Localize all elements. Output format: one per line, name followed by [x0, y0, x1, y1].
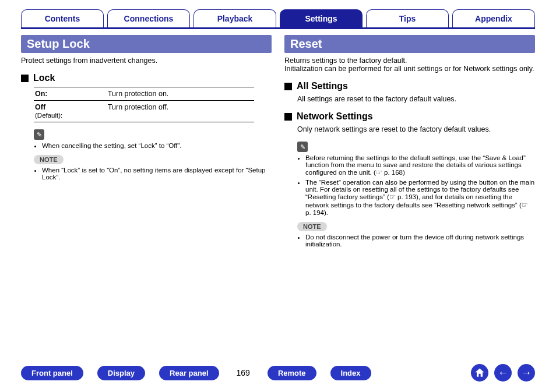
reset-intro: Returns settings to the factory default.…	[284, 56, 535, 73]
reset-note-list: Do not disconnect the power or turn the …	[297, 234, 535, 248]
heading-all-settings-text: All Settings	[297, 81, 348, 91]
square-bullet-icon	[284, 83, 292, 90]
option-off-default: (Default):	[35, 112, 62, 119]
list-item: The “Reset” operation can also be perfor…	[305, 179, 535, 216]
option-off-key: Off (Default):	[34, 101, 107, 122]
nav-icons: ← →	[471, 364, 535, 382]
network-settings-desc: Only network settings are reset to the f…	[297, 125, 535, 133]
list-item: When “Lock” is set to “On”, no setting i…	[42, 167, 272, 181]
link-front-panel[interactable]: Front panel	[21, 366, 83, 380]
pencil-icon: ✎	[34, 129, 44, 140]
heading-lock: Lock	[21, 73, 272, 83]
next-page-icon[interactable]: →	[518, 364, 535, 382]
pencil-icon: ✎	[297, 142, 308, 152]
reset-tip-list: Before returning the settings to the def…	[297, 154, 535, 216]
link-rear-panel[interactable]: Rear panel	[159, 366, 219, 380]
link-remote[interactable]: Remote	[268, 366, 316, 380]
option-on-value: Turn protection on.	[107, 87, 255, 101]
heading-lock-text: Lock	[33, 73, 55, 83]
home-icon[interactable]	[471, 364, 488, 382]
all-settings-desc: All settings are reset to the factory de…	[297, 95, 535, 103]
table-row: Off (Default): Turn protection off.	[34, 101, 254, 122]
heading-network-settings: Network Settings	[284, 111, 535, 122]
lock-options-table: On: Turn protection on. Off (Default): T…	[34, 87, 254, 122]
heading-network-settings-text: Network Settings	[297, 111, 373, 122]
square-bullet-icon	[284, 113, 292, 121]
lock-tip-list: When cancelling the setting, set “Lock” …	[34, 142, 272, 149]
tab-tips[interactable]: Tips	[366, 9, 449, 27]
col-reset: Reset Returns settings to the factory de…	[284, 35, 535, 253]
list-item: Before returning the settings to the def…	[305, 154, 535, 176]
tab-settings[interactable]: Settings	[280, 9, 363, 27]
note-badge: NOTE	[297, 222, 327, 231]
page-number: 169	[237, 368, 250, 377]
setup-lock-intro: Protect settings from inadvertent change…	[21, 56, 272, 65]
option-off-value: Turn protection off.	[107, 101, 255, 122]
top-tabbar: Contents Connections Playback Settings T…	[21, 9, 535, 29]
lock-note-list: When “Lock” is set to “On”, no setting i…	[34, 167, 272, 181]
tab-playback[interactable]: Playback	[193, 9, 276, 27]
section-title-reset: Reset	[284, 35, 535, 53]
col-setup-lock: Setup Lock Protect settings from inadver…	[21, 35, 272, 253]
tab-contents[interactable]: Contents	[21, 9, 104, 27]
note-badge: NOTE	[34, 155, 64, 164]
link-index[interactable]: Index	[330, 366, 371, 380]
heading-all-settings: All Settings	[284, 81, 535, 91]
option-on-key: On:	[34, 87, 107, 101]
tab-connections[interactable]: Connections	[107, 9, 190, 27]
prev-page-icon[interactable]: ←	[494, 364, 512, 382]
tab-appendix[interactable]: Appendix	[452, 9, 535, 27]
list-item: Do not disconnect the power or turn the …	[305, 234, 535, 248]
square-bullet-icon	[21, 75, 29, 82]
section-title-setup-lock: Setup Lock	[21, 35, 272, 53]
footer-bar: Front panel Display Rear panel 169 Remot…	[21, 364, 535, 382]
list-item: When cancelling the setting, set “Lock” …	[42, 142, 272, 149]
table-row: On: Turn protection on.	[34, 87, 254, 101]
link-display[interactable]: Display	[97, 366, 145, 380]
